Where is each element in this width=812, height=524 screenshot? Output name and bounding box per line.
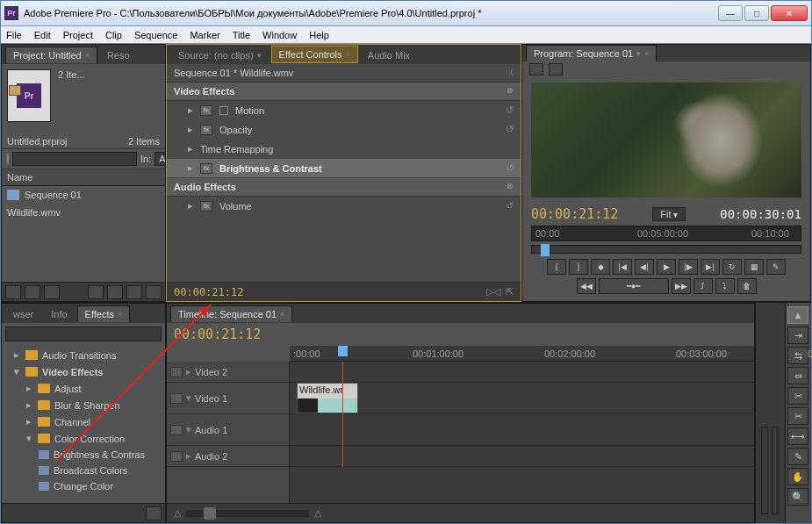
- hand-tool[interactable]: ✋: [787, 468, 808, 485]
- go-in-button[interactable]: |◀: [613, 259, 632, 275]
- column-header-name[interactable]: Name: [2, 169, 165, 186]
- program-scrubber[interactable]: [531, 245, 801, 254]
- new-bin-button[interactable]: [146, 506, 162, 520]
- tab-effect-controls[interactable]: Effect Controls×: [271, 46, 358, 63]
- ripple-tool[interactable]: ⇆: [787, 347, 808, 364]
- rate-tool[interactable]: ✂: [787, 387, 808, 405]
- track-head-audio2[interactable]: ▸Audio 2: [167, 446, 289, 467]
- zoom-out-button[interactable]: △: [174, 507, 181, 519]
- playhead-icon[interactable]: [541, 244, 550, 256]
- disclosure-icon[interactable]: ▸: [188, 104, 193, 116]
- disclosure-icon[interactable]: ▸: [188, 143, 193, 154]
- close-icon[interactable]: ×: [346, 50, 350, 59]
- reset-icon[interactable]: ↺: [506, 162, 514, 174]
- titlebar[interactable]: Pr Adobe Premiere Pro - C:\Пользователи\…: [1, 1, 811, 26]
- jog-fwd-button[interactable]: ▶▶: [672, 278, 691, 294]
- close-icon[interactable]: ×: [85, 51, 90, 60]
- minimize-button[interactable]: —: [718, 5, 743, 21]
- tree-video-effects[interactable]: ▾Video Effects: [2, 363, 165, 380]
- loop-button[interactable]: ↻: [722, 259, 742, 275]
- effect-brightness-contrast[interactable]: Brightness & Contrast: [219, 163, 499, 174]
- out-point-button[interactable]: }: [569, 259, 588, 275]
- reset-icon[interactable]: ↺: [506, 124, 514, 135]
- export-frame-button[interactable]: ✎: [766, 259, 786, 275]
- menu-edit[interactable]: Edit: [34, 30, 51, 40]
- program-ruler[interactable]: 00:00 00:05:00:00 00:10:00: [531, 226, 801, 241]
- timeline-tracks-area[interactable]: Wildlife.wr: [290, 362, 754, 503]
- menu-title[interactable]: Title: [233, 30, 250, 40]
- menu-help[interactable]: Help: [309, 30, 329, 40]
- track-head-video1[interactable]: ▾Video 1: [167, 383, 289, 414]
- close-icon[interactable]: ×: [644, 49, 649, 58]
- close-button[interactable]: ✕: [771, 5, 808, 21]
- find-button[interactable]: [88, 285, 104, 299]
- menu-file[interactable]: File: [6, 30, 22, 40]
- effect-volume[interactable]: Volume: [219, 201, 499, 212]
- timeline-playhead[interactable]: [342, 362, 343, 467]
- tab-info[interactable]: Info: [43, 305, 75, 322]
- safe-margins-button[interactable]: ▦: [744, 259, 764, 275]
- close-icon[interactable]: ×: [118, 310, 122, 319]
- tree-blur[interactable]: ▸Blur & Sharpen: [2, 397, 165, 413]
- tree-brightness-contrast[interactable]: Brightness & Contras: [2, 447, 165, 463]
- tab-project[interactable]: Project: Untitled×: [5, 47, 97, 63]
- effects-search-input[interactable]: [5, 327, 162, 341]
- program-current-time[interactable]: 00:00:21:12: [531, 206, 618, 222]
- tab-source[interactable]: Source: (no clips) ▾: [170, 47, 269, 63]
- tree-audio-transitions[interactable]: ▸Audio Transitions: [2, 347, 165, 363]
- maximize-button[interactable]: □: [744, 5, 769, 21]
- list-view-button[interactable]: [5, 285, 21, 299]
- tab-timeline[interactable]: Timeline: Sequence 01×: [170, 305, 292, 322]
- loop-icon[interactable]: ▷◁: [486, 286, 500, 298]
- nav-prev-icon[interactable]: [529, 63, 543, 75]
- eye-icon[interactable]: [170, 393, 183, 404]
- step-back-button[interactable]: ◀|: [635, 259, 654, 275]
- timeline-timecode[interactable]: 00:00:21:12: [174, 327, 261, 342]
- rolling-tool[interactable]: ⇔: [787, 367, 808, 384]
- speaker-icon[interactable]: [170, 425, 183, 435]
- step-fwd-button[interactable]: |▶: [679, 259, 698, 275]
- play-button[interactable]: ▶: [657, 259, 676, 275]
- video-preview[interactable]: [531, 83, 801, 197]
- ec-timecode[interactable]: 00:00:21:12: [174, 286, 243, 298]
- in-point-button[interactable]: {: [547, 259, 566, 275]
- lift-button[interactable]: ⤴: [693, 278, 713, 294]
- slip-tool[interactable]: ⟷: [787, 427, 808, 445]
- tab-program[interactable]: Program: Sequence 01 ▾×: [526, 45, 657, 61]
- tree-color-correction[interactable]: ▾Color Correction: [2, 430, 165, 447]
- menu-marker[interactable]: Marker: [190, 30, 219, 40]
- jog-button[interactable]: ◀◀: [577, 278, 596, 294]
- project-search-input[interactable]: [12, 152, 137, 166]
- timeline-ruler[interactable]: :00:00 00:01:00:00 00:02:00:00 00:03:00:…: [290, 346, 754, 362]
- menu-project[interactable]: Project: [63, 30, 93, 40]
- zoom-fit-dropdown[interactable]: Fit ▾: [652, 207, 686, 221]
- bin-item-sequence[interactable]: Sequence 01: [2, 186, 165, 204]
- tree-broadcast-colors[interactable]: Broadcast Colors: [2, 463, 165, 478]
- track-head-audio1[interactable]: ▾Audio 1: [167, 414, 289, 446]
- pen-tool[interactable]: ✎: [787, 448, 808, 465]
- tab-resource[interactable]: Reso: [99, 47, 138, 63]
- tab-effects[interactable]: Effects×: [77, 305, 131, 322]
- reset-icon[interactable]: ↺: [506, 200, 514, 212]
- chevron-up-icon[interactable]: ⊗: [507, 86, 514, 97]
- go-out-button[interactable]: ▶|: [701, 259, 720, 275]
- tree-channel[interactable]: ▸Channel: [2, 413, 165, 430]
- effect-remap[interactable]: Time Remapping: [200, 144, 514, 154]
- menu-sequence[interactable]: Sequence: [134, 30, 178, 40]
- icon-view-button[interactable]: [25, 285, 40, 299]
- transfer-icon[interactable]: ⇱: [506, 286, 514, 298]
- effect-motion[interactable]: Motion: [235, 105, 499, 116]
- new-bin-button[interactable]: [107, 285, 123, 299]
- disclosure-icon[interactable]: ▸: [188, 200, 193, 212]
- extract-button[interactable]: ⤵: [715, 278, 735, 294]
- automate-button[interactable]: [44, 285, 60, 299]
- zoom-slider[interactable]: [186, 510, 309, 517]
- zoom-tool[interactable]: 🔍: [787, 488, 808, 506]
- tab-browser[interactable]: wser: [5, 305, 41, 322]
- eye-icon[interactable]: [170, 367, 183, 377]
- set-marker-button[interactable]: ◆: [591, 259, 610, 275]
- disclosure-icon[interactable]: ▸: [188, 124, 193, 135]
- trash-button[interactable]: 🗑: [737, 278, 757, 294]
- zoom-in-button[interactable]: △: [314, 507, 321, 519]
- razor-tool[interactable]: ✂: [787, 407, 808, 425]
